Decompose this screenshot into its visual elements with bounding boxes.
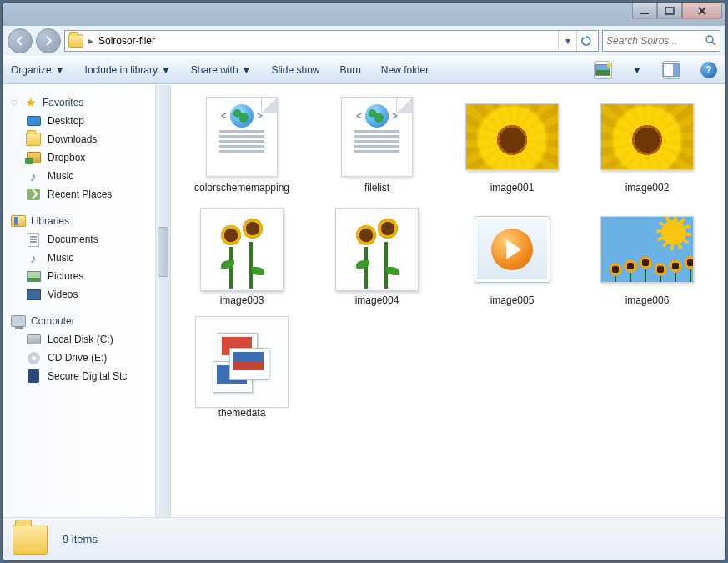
play-icon bbox=[491, 229, 533, 270]
folder-icon bbox=[68, 34, 83, 48]
sidebar-item-desktop[interactable]: Desktop bbox=[6, 112, 153, 130]
svg-rect-0 bbox=[640, 13, 649, 14]
sidebar-item-pictures[interactable]: Pictures bbox=[6, 267, 153, 285]
file-item[interactable]: <> filelist bbox=[314, 97, 439, 194]
folder-icon bbox=[26, 133, 41, 146]
sidebar-item-recent[interactable]: Recent Places bbox=[6, 185, 153, 204]
star-icon: ★ bbox=[23, 96, 38, 109]
file-item[interactable]: image006 bbox=[585, 209, 710, 307]
help-button[interactable]: ? bbox=[700, 62, 717, 78]
favorites-section: ★ Favorites Desktop Downloads Dropbox ♪M… bbox=[6, 93, 153, 204]
favorites-header[interactable]: ★ Favorites bbox=[6, 93, 153, 112]
file-name: colorschememapping bbox=[194, 182, 289, 194]
burn-button[interactable]: Burn bbox=[339, 64, 360, 76]
sd-icon bbox=[26, 369, 41, 383]
file-name: image004 bbox=[355, 294, 399, 307]
computer-icon bbox=[11, 314, 26, 328]
file-name: image006 bbox=[625, 294, 670, 307]
file-name: image001 bbox=[490, 182, 535, 194]
file-item[interactable]: image004 bbox=[314, 209, 439, 307]
close-button[interactable] bbox=[682, 3, 722, 19]
new-folder-button[interactable]: New folder bbox=[381, 64, 429, 76]
desktop-icon bbox=[26, 114, 41, 128]
sidebar-item-cd-drive[interactable]: CD Drive (E:) bbox=[6, 349, 153, 367]
image-thumbnail bbox=[335, 208, 419, 291]
file-item[interactable]: <> colorschememapping bbox=[179, 97, 304, 194]
sidebar-scrollbar[interactable] bbox=[156, 85, 171, 517]
toolbar: Organize▼ Include in library▼ Share with… bbox=[3, 56, 725, 84]
svg-line-3 bbox=[712, 42, 715, 45]
preview-pane-icon bbox=[663, 63, 680, 77]
explorer-window: ▸ Solrosor-filer ▾ Search Solros... Orga… bbox=[2, 2, 726, 561]
item-count: 9 items bbox=[63, 533, 98, 545]
breadcrumb-folder[interactable]: Solrosor-filer bbox=[98, 35, 155, 47]
sun-icon bbox=[663, 222, 685, 244]
libraries-section: Libraries Documents ♪Music Pictures Vide… bbox=[6, 212, 153, 304]
organize-menu[interactable]: Organize▼ bbox=[11, 64, 65, 76]
thumbnails-icon bbox=[595, 64, 610, 76]
computer-section: Computer Local Disk (C:) CD Drive (E:) S… bbox=[6, 312, 153, 385]
share-with-menu[interactable]: Share with▼ bbox=[191, 64, 252, 76]
image-thumbnail bbox=[465, 103, 559, 170]
music-icon: ♪ bbox=[26, 251, 41, 264]
documents-icon bbox=[26, 233, 41, 246]
file-item[interactable]: image002 bbox=[585, 97, 710, 194]
pictures-icon bbox=[26, 269, 41, 283]
svg-point-2 bbox=[706, 36, 713, 43]
maximize-button[interactable] bbox=[657, 3, 682, 19]
sidebar-item-documents[interactable]: Documents bbox=[6, 230, 153, 249]
titlebar[interactable] bbox=[3, 3, 725, 26]
status-bar: 9 items bbox=[3, 517, 725, 560]
sidebar-item-dropbox[interactable]: Dropbox bbox=[6, 148, 153, 167]
scrollbar-thumb[interactable] bbox=[158, 227, 168, 277]
libraries-header[interactable]: Libraries bbox=[6, 212, 153, 230]
sidebar-item-downloads[interactable]: Downloads bbox=[6, 130, 153, 148]
file-list[interactable]: <> colorschememapping <> filelistimage00… bbox=[171, 85, 725, 517]
web-document-icon: <> bbox=[341, 97, 413, 177]
search-placeholder: Search Solros... bbox=[606, 35, 677, 47]
media-file-icon bbox=[474, 216, 550, 283]
file-item[interactable]: image005 bbox=[449, 209, 575, 307]
forward-button[interactable] bbox=[36, 28, 61, 53]
breadcrumb-sep-icon: ▸ bbox=[88, 35, 93, 47]
include-in-library-menu[interactable]: Include in library▼ bbox=[85, 64, 171, 76]
sidebar-item-music-lib[interactable]: ♪Music bbox=[6, 249, 153, 267]
sidebar-item-local-disk[interactable]: Local Disk (C:) bbox=[6, 330, 153, 349]
sidebar-item-music[interactable]: ♪Music bbox=[6, 167, 153, 185]
address-dropdown-button[interactable]: ▾ bbox=[558, 31, 576, 51]
globe-icon bbox=[230, 104, 254, 128]
file-item[interactable]: themedata bbox=[179, 322, 304, 420]
refresh-button[interactable] bbox=[576, 31, 595, 51]
globe-icon bbox=[365, 104, 389, 128]
sidebar-item-videos[interactable]: Videos bbox=[6, 285, 153, 304]
minimize-button[interactable] bbox=[632, 3, 657, 19]
web-document-icon: <> bbox=[206, 97, 278, 177]
search-icon bbox=[705, 34, 716, 48]
window-buttons bbox=[632, 3, 722, 19]
slideshow-button[interactable]: Slide show bbox=[271, 64, 319, 76]
preview-pane-button[interactable] bbox=[662, 61, 680, 79]
libraries-icon bbox=[11, 214, 26, 228]
file-name: image002 bbox=[625, 182, 670, 194]
file-item[interactable]: image001 bbox=[449, 97, 575, 194]
view-dropdown-icon[interactable]: ▼ bbox=[632, 64, 642, 76]
computer-header[interactable]: Computer bbox=[6, 312, 153, 330]
music-icon: ♪ bbox=[26, 169, 41, 183]
file-name: filelist bbox=[364, 182, 389, 194]
dropbox-icon bbox=[26, 151, 41, 164]
search-input[interactable]: Search Solros... bbox=[602, 30, 720, 52]
image-thumbnail bbox=[600, 216, 694, 283]
svg-rect-1 bbox=[665, 8, 674, 14]
disk-icon bbox=[26, 333, 41, 346]
file-item[interactable]: image003 bbox=[179, 209, 304, 307]
image-thumbnail bbox=[600, 103, 694, 170]
image-thumbnail bbox=[200, 208, 284, 291]
sidebar-item-sd-card[interactable]: Secure Digital Stc bbox=[6, 367, 153, 385]
view-mode-button[interactable] bbox=[594, 61, 612, 79]
cd-icon bbox=[26, 351, 41, 364]
navigation-sidebar[interactable]: ★ Favorites Desktop Downloads Dropbox ♪M… bbox=[3, 85, 156, 517]
back-button[interactable] bbox=[8, 28, 33, 53]
address-bar[interactable]: ▸ Solrosor-filer ▾ bbox=[64, 30, 599, 52]
folder-icon bbox=[13, 525, 48, 555]
theme-file-icon bbox=[195, 316, 289, 408]
